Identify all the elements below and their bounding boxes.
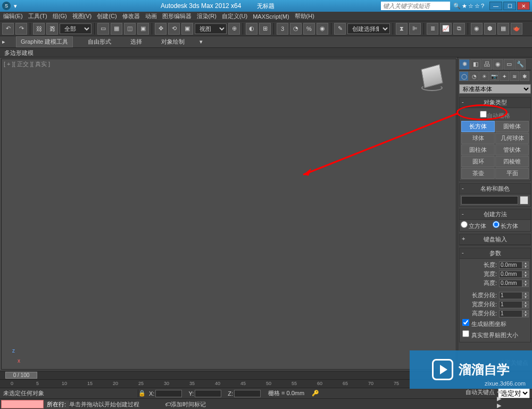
menu-edit[interactable]: 编辑(E) bbox=[3, 12, 23, 20]
minimize-button[interactable]: — bbox=[489, 2, 502, 10]
material-editor-button[interactable]: ◉ bbox=[471, 23, 483, 35]
keymode-button[interactable]: ⊞ bbox=[259, 23, 271, 35]
snap-button[interactable]: 3 bbox=[277, 23, 288, 35]
manip-button[interactable]: ◐ bbox=[246, 23, 257, 35]
spinner-up[interactable]: ▲ bbox=[522, 261, 529, 265]
align-button[interactable]: ⊫ bbox=[409, 23, 421, 35]
rollout-header[interactable]: +键盘输入 bbox=[460, 234, 530, 245]
realworld-checkbox[interactable] bbox=[462, 330, 469, 337]
move-button[interactable]: ✥ bbox=[155, 23, 167, 35]
pivot-button[interactable]: ⊕ bbox=[228, 23, 240, 35]
selection-filter[interactable]: 全部 bbox=[60, 23, 92, 34]
rollout-header[interactable]: -对象类型 bbox=[460, 97, 530, 108]
z-input[interactable] bbox=[234, 390, 261, 397]
geosphere-button[interactable]: 几何球体 bbox=[495, 133, 529, 144]
selection-set-combo[interactable]: 创建选择集 bbox=[347, 23, 390, 34]
geometry-subtab[interactable]: ◯ bbox=[459, 71, 469, 81]
layers-button[interactable]: ≣ bbox=[427, 23, 438, 35]
next-frame-button[interactable]: ▶ bbox=[497, 402, 532, 409]
systems-subtab[interactable]: ✱ bbox=[520, 71, 529, 81]
spinner-up[interactable]: ▲ bbox=[522, 271, 529, 274]
plane-button[interactable]: 平面 bbox=[495, 168, 529, 179]
maximize-button[interactable]: ☐ bbox=[503, 2, 516, 10]
ribbon-overflow-icon[interactable]: ▾ bbox=[200, 38, 203, 45]
spinner-down[interactable]: ▼ bbox=[522, 265, 529, 269]
rollout-header[interactable]: -名称和颜色 bbox=[460, 184, 530, 194]
menu-animation[interactable]: 动画 bbox=[145, 12, 157, 20]
spinner-up[interactable]: ▲ bbox=[522, 301, 529, 305]
menu-modifiers[interactable]: 修改器 bbox=[122, 12, 140, 20]
spinner-down[interactable]: ▼ bbox=[522, 314, 529, 317]
y-input[interactable] bbox=[195, 390, 221, 397]
tube-button[interactable]: 管状体 bbox=[495, 144, 529, 156]
help-search-input[interactable] bbox=[381, 2, 450, 10]
modify-tab[interactable]: ◧ bbox=[470, 59, 481, 70]
scale-button[interactable]: ▣ bbox=[181, 23, 193, 35]
box-radio[interactable] bbox=[493, 221, 500, 228]
spinner-down[interactable]: ▼ bbox=[522, 274, 529, 278]
render-frame-button[interactable]: ▦ bbox=[497, 23, 509, 35]
mirror-button[interactable]: ⧗ bbox=[396, 23, 408, 35]
box-button[interactable]: 长方体 bbox=[461, 121, 495, 132]
viewport[interactable]: [ + ][ 正交 ][ 真实 ] zx bbox=[1, 59, 456, 370]
help-icon[interactable]: ? bbox=[481, 3, 484, 10]
ref-coord-combo[interactable]: 视图 bbox=[195, 23, 227, 34]
select-name-button[interactable]: ▦ bbox=[111, 23, 122, 35]
ribbon-tab-paint[interactable]: 对象绘制 bbox=[157, 37, 189, 47]
star-icon[interactable]: ★ bbox=[462, 3, 467, 10]
time-slider-thumb[interactable]: 0 / 100 bbox=[5, 372, 37, 379]
autogrid-checkbox[interactable] bbox=[480, 111, 487, 118]
box-radio-label[interactable]: 长方体 bbox=[493, 223, 518, 229]
teapot-button[interactable]: 茶壶 bbox=[461, 168, 495, 179]
rotate-button[interactable]: ⟲ bbox=[168, 23, 180, 35]
hsegs-input[interactable] bbox=[499, 310, 522, 317]
menu-group[interactable]: 组(G) bbox=[53, 12, 67, 20]
menu-rendering[interactable]: 渲染(R) bbox=[197, 12, 217, 20]
object-color-swatch[interactable] bbox=[520, 196, 528, 204]
autokey-button[interactable]: 自动关键点 bbox=[463, 388, 497, 398]
ribbon-tab-graphite[interactable]: Graphite 建模工具 bbox=[16, 36, 73, 47]
lsegs-input[interactable] bbox=[499, 292, 522, 299]
length-input[interactable] bbox=[499, 261, 522, 269]
menu-help[interactable]: 帮助(H) bbox=[295, 12, 314, 20]
redo-button[interactable]: ↷ bbox=[15, 23, 27, 35]
edit-selset-button[interactable]: ✎ bbox=[334, 23, 346, 35]
viewcube[interactable] bbox=[419, 64, 445, 91]
spacewarps-subtab[interactable]: ≋ bbox=[510, 71, 519, 81]
lock-icon[interactable]: 🔒 bbox=[138, 390, 146, 397]
create-tab[interactable]: ✺ bbox=[459, 59, 470, 70]
helpers-subtab[interactable]: ✦ bbox=[500, 71, 509, 81]
utilities-tab[interactable]: 🔧 bbox=[515, 59, 526, 70]
display-tab[interactable]: ▭ bbox=[504, 59, 514, 70]
motion-tab[interactable]: ◉ bbox=[493, 59, 503, 70]
play-button[interactable]: ▶ bbox=[497, 395, 532, 402]
torus-button[interactable]: 圆环 bbox=[461, 156, 495, 167]
cube-radio-label[interactable]: 立方体 bbox=[461, 223, 486, 229]
viewport-label[interactable]: [ + ][ 正交 ][ 真实 ] bbox=[4, 60, 50, 68]
unlink-button[interactable]: ⛓̸ bbox=[46, 23, 58, 35]
key-icon[interactable]: 🔑 bbox=[309, 390, 322, 397]
app-icon[interactable]: S bbox=[2, 2, 11, 10]
hierarchy-tab[interactable]: 品 bbox=[481, 59, 492, 70]
cylinder-button[interactable]: 圆柱体 bbox=[461, 144, 495, 156]
spinner-up[interactable]: ▲ bbox=[522, 280, 529, 283]
star-icon[interactable]: ☆ bbox=[468, 3, 473, 10]
wsegs-input[interactable] bbox=[499, 301, 522, 308]
window-crossing-button[interactable]: ▣ bbox=[137, 23, 149, 35]
ribbon-toggle-icon[interactable]: ▸ bbox=[2, 38, 5, 45]
search-icon[interactable]: 🔍 bbox=[453, 3, 461, 10]
menu-maxscript[interactable]: MAXScript(M) bbox=[253, 13, 289, 20]
render-button[interactable]: 🫖 bbox=[511, 23, 522, 35]
cameras-subtab[interactable]: 📷 bbox=[489, 71, 499, 81]
pyramid-button[interactable]: 四棱锥 bbox=[495, 156, 529, 167]
cube-radio[interactable] bbox=[461, 221, 468, 228]
width-input[interactable] bbox=[499, 271, 522, 278]
spinner-down[interactable]: ▼ bbox=[522, 296, 529, 299]
select-button[interactable]: ▭ bbox=[97, 23, 109, 35]
link-button[interactable]: ⛓ bbox=[33, 23, 45, 35]
star-icon[interactable]: ☆ bbox=[475, 3, 480, 10]
schematic-button[interactable]: ⧉ bbox=[453, 23, 465, 35]
percent-snap-button[interactable]: % bbox=[303, 23, 315, 35]
prev-frame-button[interactable]: ◀ bbox=[497, 388, 532, 395]
rollout-header[interactable]: -创建方法 bbox=[460, 209, 530, 220]
